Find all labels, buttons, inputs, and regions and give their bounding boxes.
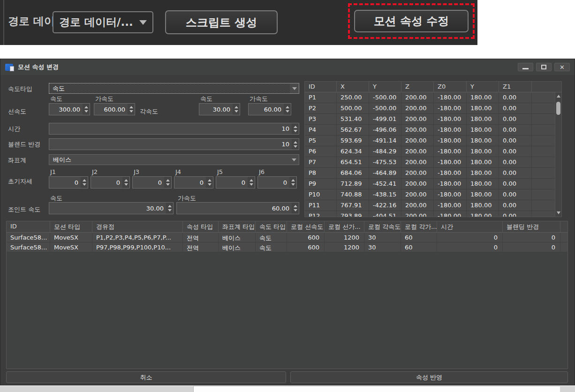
vertical-scrollbar[interactable]	[555, 92, 561, 217]
joint-accel-spinner[interactable]: 60.00	[176, 202, 299, 214]
column-header[interactable]: 로컬 각가...	[401, 221, 437, 232]
spin-up-arrow[interactable]	[208, 179, 212, 181]
spin-down-arrow[interactable]	[250, 183, 253, 186]
joint-j2-spinner[interactable]: 0	[91, 176, 130, 188]
table-row[interactable]: P5593.69-491.14200.00-180.00180.000.00	[305, 136, 561, 146]
spin-down-arrow[interactable]	[208, 183, 212, 186]
table-row[interactable]: P3531.40-499.01200.00-180.00180.000.00	[305, 114, 561, 125]
table-row[interactable]: P10740.88-438.15200.00-180.00180.000.00	[305, 189, 561, 200]
column-header[interactable]: 시간	[437, 221, 503, 232]
spin-down-arrow[interactable]	[235, 110, 238, 113]
table-cell: P10	[305, 189, 337, 200]
scroll-down-arrow-icon[interactable]	[557, 211, 560, 214]
column-header[interactable]: ID	[305, 82, 337, 92]
dialog-titlebar[interactable]: 모션 속성 변경 ✕	[0, 59, 575, 75]
spin-up-arrow[interactable]	[294, 126, 297, 128]
table-row[interactable]: P7654.51-475.53200.00-180.00180.000.00	[305, 157, 561, 168]
chevron-down-icon[interactable]	[289, 155, 299, 165]
maximize-button[interactable]	[536, 63, 552, 71]
joint-j3-spinner[interactable]: 0	[132, 176, 172, 188]
table-row[interactable]: P4562.67-496.06200.00-180.00180.000.00	[305, 125, 561, 136]
spin-up-arrow[interactable]	[124, 179, 128, 181]
column-header[interactable]: 로컬 각속도	[364, 221, 401, 232]
joint-j6-spinner[interactable]: 0	[257, 176, 297, 188]
spin-down-arrow[interactable]	[124, 183, 128, 186]
spin-down-arrow[interactable]	[294, 145, 297, 148]
blend-radius-spinner[interactable]: 10	[49, 138, 299, 150]
joint-j5-spinner[interactable]: 0	[216, 176, 255, 188]
spin-up-arrow[interactable]	[294, 205, 297, 207]
spin-up-arrow[interactable]	[166, 179, 170, 181]
table-row[interactable]: P12793.89-404.51200.00-180.00180.000.00	[305, 211, 561, 217]
up-down-arrows-icon	[284, 104, 291, 115]
scroll-up-arrow-icon[interactable]	[557, 95, 560, 98]
table-cell: 0.00	[499, 168, 532, 178]
column-header[interactable]: ID	[7, 221, 50, 232]
column-header[interactable]: 블랜딩 반경	[503, 221, 560, 232]
chevron-down-icon[interactable]	[290, 83, 299, 94]
table-row[interactable]: P11767.91-422.16200.00-180.00180.000.00	[305, 200, 561, 211]
column-header[interactable]: 로컬 선속도	[287, 221, 325, 232]
column-header[interactable]: 경유점	[92, 221, 183, 232]
minimize-button[interactable]	[518, 63, 533, 71]
spin-up-arrow[interactable]	[294, 141, 297, 143]
spin-down-arrow[interactable]	[286, 110, 289, 113]
spin-up-arrow[interactable]	[168, 205, 172, 207]
coord-system-dropdown[interactable]: 베이스	[49, 154, 299, 165]
table-row[interactable]: P2500.00-500.00200.00-180.00180.000.00	[305, 103, 561, 114]
table-row[interactable]: Surface58...MoveSXP1,P2,P3,P4,P5,P6,P7,P…	[7, 233, 567, 242]
speed-type-dropdown[interactable]: 속도	[49, 83, 299, 94]
spin-down-arrow[interactable]	[166, 183, 170, 186]
table-row[interactable]: P9712.89-452.41200.00-180.00180.000.00	[305, 179, 561, 189]
spin-up-arrow[interactable]	[235, 106, 238, 108]
joint-speed-spinner[interactable]: 30.00	[49, 202, 174, 214]
spin-down-arrow[interactable]	[84, 110, 88, 113]
angular-accel-spinner[interactable]: 60.00	[248, 103, 291, 115]
spin-down-arrow[interactable]	[129, 110, 133, 113]
time-spinner[interactable]: 10	[49, 123, 299, 135]
scrollbar-thumb[interactable]	[556, 102, 560, 115]
spin-down-arrow[interactable]	[294, 130, 297, 132]
spin-up-arrow[interactable]	[129, 106, 133, 108]
script-generate-button[interactable]: 스크립트 생성	[165, 10, 278, 34]
close-button[interactable]: ✕	[554, 63, 570, 71]
cancel-button[interactable]: 취소	[6, 371, 286, 383]
spin-down-arrow[interactable]	[294, 209, 297, 211]
linear-speed-spinner[interactable]: 300.00	[49, 103, 90, 115]
column-header[interactable]: 속성 타입	[183, 221, 219, 232]
spin-up-arrow[interactable]	[83, 179, 86, 181]
apply-button[interactable]: 속성 반영	[290, 371, 568, 383]
table-row[interactable]: P8684.06-464.89200.00-180.00180.000.00	[305, 168, 561, 179]
spin-up-arrow[interactable]	[250, 179, 253, 181]
column-header[interactable]: Y	[369, 82, 401, 92]
column-header[interactable]: Y	[467, 82, 499, 92]
joint-j1-spinner[interactable]: 0	[49, 176, 88, 188]
column-header[interactable]: X	[337, 82, 369, 92]
linear-accel-spinner[interactable]: 600.00	[94, 103, 135, 115]
table-row[interactable]: P6624.34-484.29200.00-180.00180.000.00	[305, 146, 561, 157]
column-header[interactable]: 좌표계 타입	[219, 221, 256, 232]
column-header[interactable]: 속도 타입	[256, 221, 287, 232]
column-header[interactable]: 모션 타입	[50, 221, 92, 232]
spin-up-arrow[interactable]	[286, 106, 289, 108]
column-header[interactable]: Z0	[434, 82, 467, 92]
angular-speed-spinner[interactable]: 30.00	[199, 103, 240, 115]
spin-down-arrow[interactable]	[291, 183, 295, 186]
joint-j4-spinner[interactable]: 0	[174, 176, 213, 188]
column-header[interactable]: 로컬 선가...	[325, 221, 364, 232]
path-data-dropdown[interactable]: 경로 데이터/...	[53, 11, 153, 33]
table-row[interactable]: Surface58...MoveSXP97,P98,P99,P100,P10..…	[7, 242, 567, 252]
spin-up-arrow[interactable]	[84, 106, 88, 108]
table-cell: 200.00	[401, 189, 434, 200]
spin-down-arrow[interactable]	[83, 183, 86, 186]
table-row[interactable]: P1250.00-500.00200.00-180.00180.000.00	[305, 92, 561, 103]
table-cell: 793.89	[337, 211, 369, 217]
table-cell: 200.00	[401, 179, 434, 189]
table-cell: -452.41	[369, 179, 401, 189]
spin-up-arrow[interactable]	[291, 179, 295, 181]
screen: 경로 데이터 경로 데이터/... 스크립트 생성 모션 속성 수정 모션 속성…	[0, 0, 575, 392]
column-header[interactable]: Z1	[499, 82, 532, 92]
column-header[interactable]: Z	[401, 82, 434, 92]
spin-down-arrow[interactable]	[168, 209, 172, 211]
motion-edit-button[interactable]: 모션 속성 수정	[354, 10, 469, 32]
